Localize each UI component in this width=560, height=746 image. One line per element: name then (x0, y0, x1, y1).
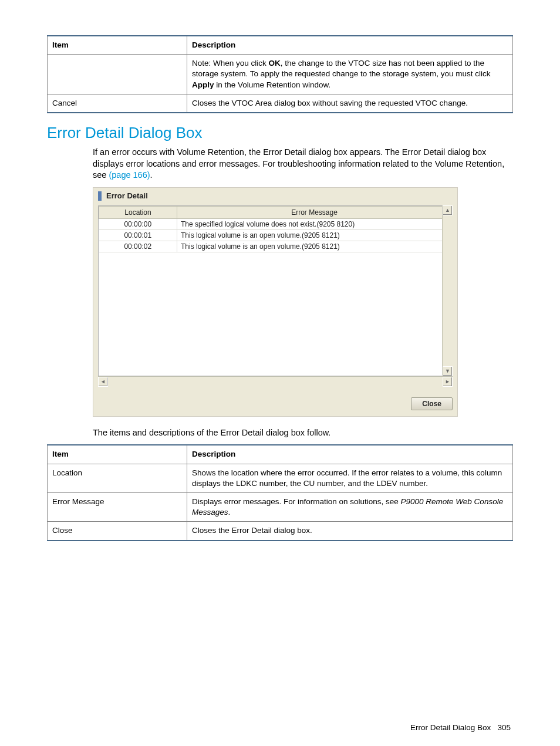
footer-title: Error Detail Dialog Box (410, 723, 491, 732)
vertical-scrollbar[interactable]: ▲ ▼ (442, 205, 453, 376)
cell-location: 00:00:01 (99, 229, 177, 241)
cell-item: Close (48, 522, 187, 541)
cell-item (48, 55, 187, 94)
cell-desc: Shows the location where the error occur… (187, 464, 512, 492)
table-row: Item Description (48, 445, 513, 464)
bold-ok: OK (268, 59, 280, 67)
table-row: Item Description (48, 36, 513, 55)
bold-apply: Apply (192, 80, 214, 89)
table-row[interactable]: 00:00:02 This logical volume is an open … (99, 241, 452, 252)
cell-item: Cancel (48, 94, 187, 113)
th-item: Item (48, 36, 187, 55)
close-button[interactable]: Close (411, 397, 453, 410)
title-mark-icon (98, 191, 102, 201)
text: If an error occurs with Volume Retention… (93, 147, 504, 180)
footer-page-number: 305 (497, 723, 511, 732)
dialog-title: Error Detail (106, 191, 148, 200)
heading-error-detail: Error Detail Dialog Box (47, 124, 513, 142)
table-row: Location Shows the location where the er… (48, 464, 513, 492)
table-error-detail-items: Item Description Location Shows the loca… (47, 444, 513, 541)
table-row[interactable]: 00:00:01 This logical volume is an open … (99, 229, 452, 241)
cell-message: This logical volume is an open volume.(9… (177, 229, 452, 241)
error-grid: Location Error Message 00:00:00 The spec… (99, 206, 452, 252)
error-list-area: Location Error Message 00:00:00 The spec… (98, 205, 453, 387)
cell-desc: Note: When you click OK, the change to t… (187, 55, 512, 94)
cell-desc: Closes the Error Detail dialog box. (187, 522, 512, 541)
text: Note: When you click (192, 59, 269, 67)
th-item: Item (48, 445, 187, 464)
grid-empty-area (99, 252, 452, 376)
cell-location: 00:00:02 (99, 241, 177, 252)
cell-desc: Closes the VTOC Area dialog box without … (187, 94, 512, 113)
th-desc: Description (187, 445, 512, 464)
table-row: Note: When you click OK, the change to t… (48, 55, 513, 94)
text: in the Volume Retention window. (214, 80, 330, 89)
horizontal-scrollbar[interactable]: ◄ ► (98, 376, 453, 387)
cell-message: This logical volume is an open volume.(9… (177, 241, 452, 252)
scroll-down-icon[interactable]: ▼ (443, 366, 453, 376)
cell-desc: Displays error messages. For information… (187, 493, 512, 522)
text: Displays error messages. For information… (192, 497, 401, 506)
table-row: Cancel Closes the VTOC Area dialog box w… (48, 94, 513, 113)
cell-item: Error Message (48, 493, 187, 522)
scroll-up-icon[interactable]: ▲ (443, 205, 453, 215)
text: . (228, 508, 230, 517)
scroll-right-icon[interactable]: ► (443, 377, 453, 387)
table-row: Location Error Message (99, 206, 452, 218)
dialog-titlebar: Error Detail (93, 188, 457, 205)
table-row[interactable]: 00:00:00 The specified logical volume do… (99, 218, 452, 229)
table-row: Error Message Displays error messages. F… (48, 493, 513, 522)
error-detail-dialog: Error Detail Location Error Message 00:0… (93, 187, 458, 417)
scroll-left-icon[interactable]: ◄ (98, 377, 108, 387)
th-location[interactable]: Location (99, 206, 177, 218)
intro-paragraph: If an error occurs with Volume Retention… (93, 147, 513, 181)
dialog-button-row: Close (93, 391, 457, 416)
cell-message: The specified logical volume does not ex… (177, 218, 452, 229)
table-vtoc-continued: Item Description Note: When you click OK… (47, 35, 513, 113)
th-desc: Description (187, 36, 512, 55)
text: . (150, 170, 153, 180)
page-footer: Error Detail Dialog Box 305 (47, 723, 513, 732)
link-page-166[interactable]: (page 166) (109, 170, 150, 180)
cell-item: Location (48, 464, 187, 492)
cell-location: 00:00:00 (99, 218, 177, 229)
th-error-message[interactable]: Error Message (177, 206, 452, 218)
table-row: Close Closes the Error Detail dialog box… (48, 522, 513, 541)
table-intro-text: The items and descriptions of the Error … (93, 427, 513, 439)
